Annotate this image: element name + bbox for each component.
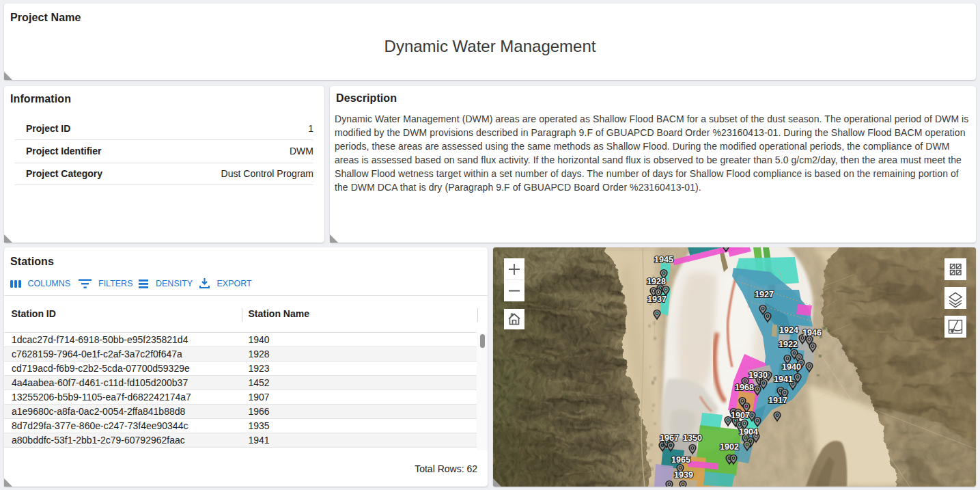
svg-text:1940: 1940 — [782, 362, 801, 372]
svg-text:1350: 1350 — [683, 433, 702, 443]
svg-text:1902: 1902 — [720, 442, 739, 452]
svg-text:1937: 1937 — [647, 295, 667, 304]
svg-text:1945: 1945 — [654, 255, 673, 264]
svg-text:1922: 1922 — [779, 340, 798, 349]
svg-text:1917: 1917 — [768, 396, 787, 405]
svg-text:1927: 1927 — [755, 290, 774, 299]
svg-text:1946: 1946 — [802, 328, 822, 338]
svg-text:1904: 1904 — [739, 427, 758, 437]
svg-text:1930: 1930 — [748, 370, 768, 380]
svg-text:1928: 1928 — [647, 277, 666, 286]
svg-text:1968: 1968 — [735, 383, 754, 392]
svg-text:1939: 1939 — [674, 470, 693, 480]
svg-text:1907: 1907 — [731, 411, 750, 420]
svg-text:1924: 1924 — [779, 325, 798, 335]
svg-text:1965: 1965 — [671, 455, 690, 465]
svg-text:1941: 1941 — [774, 375, 793, 384]
svg-text:1967: 1967 — [660, 433, 679, 443]
